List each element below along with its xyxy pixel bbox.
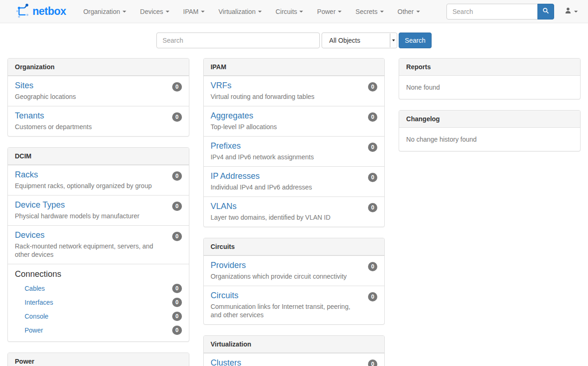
- nav-menu-secrets[interactable]: Secrets: [349, 0, 390, 23]
- count-badge: 0: [172, 112, 182, 122]
- navbar-search-form: [446, 4, 554, 20]
- link-cables[interactable]: Cables: [25, 285, 45, 292]
- count-badge: 0: [172, 171, 182, 181]
- nav-menu-devices[interactable]: Devices: [133, 0, 176, 23]
- count-badge: 0: [172, 284, 182, 293]
- link-vlans[interactable]: VLANs: [211, 202, 237, 211]
- global-search-input[interactable]: [156, 33, 320, 48]
- list-item-ip-addresses: 0IP AddressesIndividual IPv4 and IPv6 ad…: [204, 166, 385, 196]
- item-description: Physical hardware models by manufacturer: [15, 212, 182, 220]
- list-item-vlans: 0VLANsLayer two domains, identified by V…: [204, 196, 385, 227]
- item-title: Aggregates: [211, 111, 378, 121]
- item-description: IPv4 and IPv6 network assignments: [211, 153, 378, 161]
- panel-title-organization: Organization: [8, 59, 189, 76]
- nav-menu-ipam[interactable]: IPAM: [176, 0, 212, 23]
- global-search-bar: All Objects Search: [0, 33, 588, 48]
- caret-down-icon: [123, 11, 126, 13]
- count-badge: 0: [172, 82, 182, 92]
- netbox-brand-link[interactable]: netbox: [0, 0, 71, 23]
- link-console[interactable]: Console: [25, 313, 48, 320]
- section-row-interfaces: Interfaces0: [15, 295, 182, 309]
- column-left: Organization0SitesGeographic locations0T…: [7, 58, 189, 366]
- count-badge: 0: [172, 312, 182, 321]
- link-vrfs[interactable]: VRFs: [211, 81, 232, 90]
- section-row-cables: Cables0: [15, 281, 182, 295]
- item-description: Geographic locations: [15, 92, 182, 101]
- list-item-circuits: 0CircuitsCommunication links for Interne…: [204, 286, 385, 324]
- link-providers[interactable]: Providers: [211, 261, 246, 270]
- nav-menu-organization[interactable]: Organization: [76, 0, 133, 23]
- list-item-vrfs: 0VRFsVirtual routing and forwarding tabl…: [204, 76, 385, 106]
- item-title: Racks: [15, 170, 182, 180]
- panel-organization: Organization0SitesGeographic locations0T…: [7, 58, 189, 137]
- section-connections: ConnectionsCables0Interfaces0Console0Pow…: [8, 264, 189, 341]
- list-item-racks: 0RacksEquipment racks, optionally organi…: [8, 165, 189, 195]
- caret-down-icon: [416, 11, 420, 13]
- link-ip-addresses[interactable]: IP Addresses: [211, 171, 260, 181]
- user-icon: [564, 7, 572, 16]
- item-description: Customers or departments: [15, 123, 182, 131]
- count-badge: 0: [172, 298, 182, 307]
- object-type-selected-value: All Objects: [329, 37, 360, 44]
- navbar-search-button[interactable]: [537, 4, 554, 20]
- nav-menu-power[interactable]: Power: [310, 0, 349, 23]
- link-racks[interactable]: Racks: [15, 170, 38, 179]
- link-aggregates[interactable]: Aggregates: [211, 111, 253, 120]
- nav-menu-circuits[interactable]: Circuits: [269, 0, 310, 23]
- caret-down-icon: [574, 11, 578, 13]
- item-title: Devices: [15, 230, 182, 240]
- list-item-tenants: 0TenantsCustomers or departments: [8, 106, 189, 136]
- count-badge: 0: [172, 232, 182, 241]
- navbar-menu: Organization Devices IPAM Virtualization…: [76, 0, 426, 23]
- list-item-providers: 0ProvidersOrganizations which provide ci…: [204, 255, 385, 286]
- item-description: Rack-mounted network equipment, servers,…: [15, 242, 182, 259]
- list-item-prefixes: 0PrefixesIPv4 and IPv6 network assignmen…: [204, 136, 385, 166]
- item-title: Clusters: [211, 358, 378, 366]
- caret-down-icon: [258, 11, 262, 13]
- link-circuits[interactable]: Circuits: [211, 291, 239, 300]
- panel-power: Power: [7, 353, 189, 366]
- link-device-types[interactable]: Device Types: [15, 200, 65, 209]
- nav-menu-virtualization[interactable]: Virtualization: [212, 0, 269, 23]
- link-interfaces[interactable]: Interfaces: [25, 299, 53, 306]
- panel-title-power: Power: [8, 353, 189, 366]
- user-menu-dropdown[interactable]: [554, 7, 582, 16]
- count-badge: 0: [172, 326, 182, 335]
- panel-reports: ReportsNone found: [399, 58, 581, 99]
- list-item-device-types: 0Device TypesPhysical hardware models by…: [8, 195, 189, 225]
- panel-circuits: Circuits0ProvidersOrganizations which pr…: [203, 238, 385, 325]
- link-clusters[interactable]: Clusters: [211, 358, 241, 366]
- panel-changelog: ChangelogNo change history found: [399, 110, 581, 151]
- object-type-select[interactable]: All Objects: [322, 33, 397, 48]
- column-middle: IPAM0VRFsVirtual routing and forwarding …: [203, 58, 385, 366]
- link-tenants[interactable]: Tenants: [15, 111, 44, 120]
- panel-title-ipam: IPAM: [204, 59, 385, 76]
- panel-virtualization: Virtualization0Clusters: [203, 335, 385, 366]
- panel-title-circuits: Circuits: [204, 238, 385, 255]
- caret-down-icon: [299, 11, 303, 13]
- search-icon: [543, 7, 549, 15]
- item-description: Communication links for Internet transit…: [211, 302, 378, 319]
- item-description: Virtual routing and forwarding tables: [211, 92, 378, 101]
- item-title: Prefixes: [211, 141, 378, 151]
- link-prefixes[interactable]: Prefixes: [211, 141, 241, 150]
- global-search-button[interactable]: Search: [399, 33, 431, 48]
- list-item-aggregates: 0AggregatesTop-level IP allocations: [204, 106, 385, 136]
- section-row-console: Console0: [15, 309, 182, 323]
- caret-down-icon: [338, 11, 342, 13]
- count-badge: 0: [172, 202, 182, 211]
- panel-dcim: DCIM0RacksEquipment racks, optionally or…: [7, 147, 189, 342]
- navbar-search-input[interactable]: [446, 4, 538, 20]
- panel-empty-text: None found: [399, 76, 580, 99]
- item-title: Circuits: [211, 291, 378, 301]
- list-item-devices: 0DevicesRack-mounted network equipment, …: [8, 225, 189, 264]
- list-item-sites: 0SitesGeographic locations: [8, 76, 189, 106]
- nav-menu-other[interactable]: Other: [391, 0, 427, 23]
- column-right: ReportsNone foundChangelogNo change hist…: [399, 58, 581, 366]
- item-description: Equipment racks, optionally organized by…: [15, 182, 182, 190]
- caret-down-icon: [392, 39, 395, 41]
- link-devices[interactable]: Devices: [15, 230, 45, 240]
- link-power[interactable]: Power: [25, 327, 43, 334]
- link-sites[interactable]: Sites: [15, 81, 33, 90]
- select-arrow: [390, 33, 396, 47]
